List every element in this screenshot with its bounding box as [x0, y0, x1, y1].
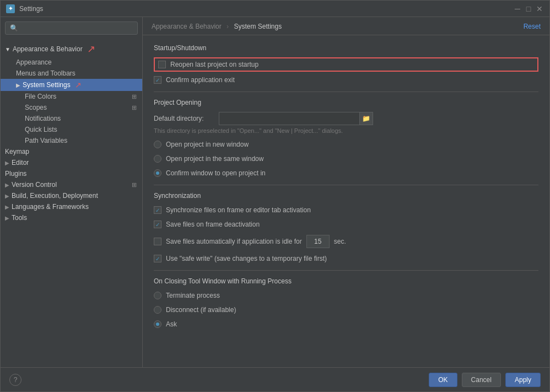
app-icon: ✦: [6, 4, 15, 13]
sidebar-item-scopes[interactable]: Scopes ⊞: [1, 102, 142, 113]
sec-label: sec.: [334, 238, 346, 245]
sidebar-item-editor[interactable]: ▶ Editor: [1, 157, 142, 168]
badge-icon-2: ⊞: [130, 104, 138, 111]
disconnect-radio[interactable]: [154, 306, 161, 314]
breadcrumb-parent: Appearance & Behavior: [152, 23, 222, 30]
save-deactivation-checkbox[interactable]: [154, 221, 161, 228]
expand-icon: ▶: [5, 204, 9, 210]
sidebar: 🔍 ▼ Appearance & Behavior ↗ Appearance M…: [1, 17, 143, 367]
confirm-exit-row: Confirm application exit: [154, 75, 538, 85]
sidebar-item-label: Appearance: [16, 58, 52, 66]
badge-icon-3: ⊞: [130, 181, 138, 189]
breadcrumb: Appearance & Behavior › System Settings: [152, 23, 282, 30]
sidebar-item-label: Appearance & Behavior: [13, 45, 83, 53]
main-panel: Appearance & Behavior › System Settings …: [143, 17, 549, 367]
sidebar-item-label: File Colors: [25, 93, 56, 100]
divider-3: [154, 270, 538, 271]
window-title: Settings: [19, 5, 43, 13]
open-same-window-row: Open project in the same window: [154, 154, 538, 164]
safe-write-checkbox[interactable]: [154, 255, 161, 262]
sidebar-item-tools[interactable]: ▶ Tools: [1, 212, 142, 223]
reset-button[interactable]: Reset: [524, 23, 541, 30]
sidebar-item-version-control[interactable]: ▶ Version Control ⊞: [1, 179, 142, 190]
divider-1: [154, 92, 538, 92]
save-deactivation-label: Save files on frame deactivation: [166, 221, 260, 228]
sidebar-item-quick-lists[interactable]: Quick Lists: [1, 124, 142, 135]
close-button[interactable]: ✕: [535, 4, 544, 13]
ask-label: Ask: [166, 320, 177, 328]
reopen-project-label: Reopen last project on startup: [170, 61, 258, 68]
cancel-button[interactable]: Cancel: [462, 373, 501, 387]
ask-radio[interactable]: [154, 320, 161, 328]
sidebar-item-label: Plugins: [5, 170, 26, 178]
expand-icon: ▶: [5, 182, 9, 188]
sidebar-item-menus-toolbars[interactable]: Menus and Toolbars: [1, 68, 142, 79]
sidebar-item-label: Quick Lists: [25, 126, 57, 133]
open-new-window-label: Open project in new window: [166, 141, 249, 148]
sync-section-title: Synchronization: [154, 192, 538, 200]
ask-row: Ask: [154, 319, 538, 329]
footer-right: OK Cancel Apply: [429, 373, 541, 387]
main-content: 🔍 ▼ Appearance & Behavior ↗ Appearance M…: [1, 17, 549, 367]
sidebar-item-appearance[interactable]: Appearance: [1, 57, 142, 68]
project-opening-title: Project Opening: [154, 99, 538, 106]
sidebar-item-label: Notifications: [25, 115, 61, 122]
maximize-button[interactable]: □: [524, 4, 533, 13]
confirm-window-radio[interactable]: [154, 169, 161, 177]
sidebar-item-plugins[interactable]: Plugins: [1, 168, 142, 179]
open-new-window-radio[interactable]: [154, 141, 161, 148]
sidebar-item-path-variables[interactable]: Path Variables: [1, 135, 142, 146]
footer: ? OK Cancel Apply: [1, 367, 549, 391]
safe-write-row: Use "safe write" (save changes to a temp…: [154, 254, 538, 264]
title-bar: ✦ Settings ─ □ ✕: [1, 1, 549, 17]
sidebar-item-keymap[interactable]: Keymap: [1, 146, 142, 157]
nav-tree: ▼ Appearance & Behavior ↗ Appearance Men…: [1, 39, 142, 367]
browse-button[interactable]: 📁: [359, 112, 373, 125]
sidebar-item-languages-frameworks[interactable]: ▶ Languages & Frameworks: [1, 201, 142, 212]
sidebar-item-build-execution[interactable]: ▶ Build, Execution, Deployment: [1, 190, 142, 201]
closing-section-title: On Closing Tool Window with Running Proc…: [154, 277, 538, 285]
search-input[interactable]: [21, 24, 133, 32]
arrow-indicator: ↗: [87, 43, 95, 55]
settings-window: ✦ Settings ─ □ ✕ 🔍 ▼ Appearance & Behavi…: [0, 0, 550, 392]
sidebar-item-system-settings[interactable]: ▶ System Settings ↗: [1, 79, 142, 91]
reopen-project-row: Reopen last project on startup: [154, 57, 538, 72]
breadcrumb-separator: ›: [227, 23, 229, 30]
directory-input[interactable]: [219, 112, 359, 125]
apply-button[interactable]: Apply: [505, 373, 541, 387]
confirm-window-label: Confirm window to open project in: [166, 169, 266, 177]
sidebar-item-label: Menus and Toolbars: [16, 69, 76, 77]
sidebar-item-notifications[interactable]: Notifications: [1, 113, 142, 124]
save-deactivation-row: Save files on frame deactivation: [154, 219, 538, 229]
save-idle-row: Save files automatically if application …: [154, 234, 538, 249]
open-new-window-row: Open project in new window: [154, 139, 538, 149]
terminate-label: Terminate process: [166, 292, 220, 299]
ok-button[interactable]: OK: [429, 373, 457, 387]
default-dir-row: Default directory: 📁: [154, 112, 538, 125]
sidebar-item-label: Build, Execution, Deployment: [12, 192, 98, 200]
help-button[interactable]: ?: [9, 374, 21, 386]
open-same-window-label: Open project in the same window: [166, 155, 263, 163]
terminate-radio[interactable]: [154, 292, 161, 299]
sidebar-item-appearance-behavior[interactable]: ▼ Appearance & Behavior ↗: [1, 41, 142, 57]
sidebar-item-label: Scopes: [25, 104, 47, 111]
panel-header: Appearance & Behavior › System Settings …: [143, 17, 549, 35]
confirm-exit-checkbox[interactable]: [154, 76, 161, 84]
sidebar-item-label: System Settings: [23, 81, 71, 89]
save-idle-checkbox[interactable]: [154, 238, 161, 245]
breadcrumb-current: System Settings: [234, 23, 282, 30]
sync-frame-checkbox[interactable]: [154, 206, 161, 214]
sidebar-item-file-colors[interactable]: File Colors ⊞: [1, 91, 142, 102]
open-same-window-radio[interactable]: [154, 155, 161, 163]
badge-icon: ⊞: [130, 93, 138, 100]
search-box[interactable]: 🔍: [5, 22, 138, 35]
panel-body: Startup/Shutdown Reopen last project on …: [143, 35, 549, 367]
sync-frame-row: Synchronize files on frame or editor tab…: [154, 205, 538, 215]
idle-seconds-input[interactable]: [306, 235, 330, 248]
expand-icon: ▶: [5, 193, 9, 199]
expand-icon: ▶: [5, 160, 9, 166]
minimize-button[interactable]: ─: [513, 4, 522, 13]
disconnect-row: Disconnect (if available): [154, 305, 538, 315]
sidebar-item-label: Languages & Frameworks: [12, 203, 89, 211]
reopen-project-checkbox[interactable]: [158, 61, 166, 68]
